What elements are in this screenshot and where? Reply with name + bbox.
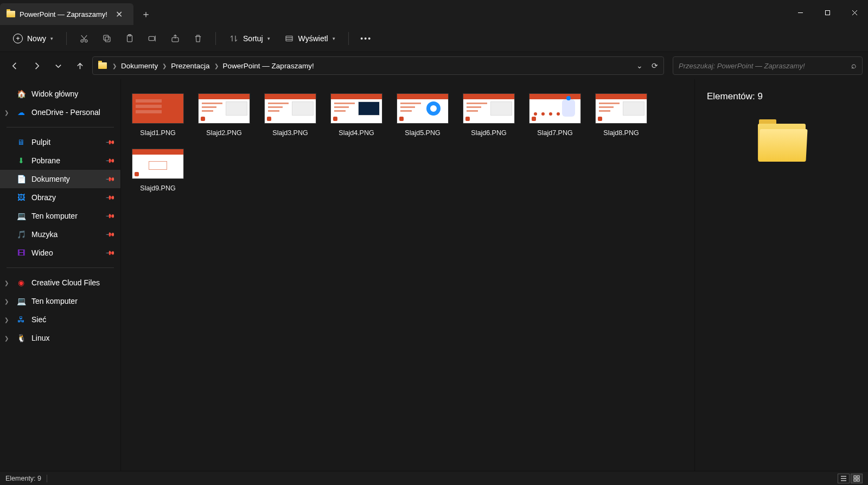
file-name: Slajd2.PNG bbox=[206, 129, 241, 137]
sidebar-label: Widok główny bbox=[31, 90, 78, 98]
tab-title: PowerPoint — Zapraszamy! bbox=[20, 10, 107, 18]
close-tab-button[interactable]: ✕ bbox=[112, 9, 127, 20]
sidebar-pictures[interactable]: 🖼 Obrazy 📌 bbox=[0, 188, 120, 207]
sidebar-label: Obrazy bbox=[31, 193, 56, 202]
delete-button[interactable] bbox=[188, 30, 208, 47]
file-item[interactable]: Slajd1.PNG bbox=[131, 93, 185, 137]
window-tab[interactable]: PowerPoint — Zapraszamy! ✕ bbox=[0, 3, 133, 25]
sidebar-onedrive[interactable]: ❯ ☁ OneDrive - Personal bbox=[0, 103, 120, 122]
more-button[interactable]: ••• bbox=[356, 31, 376, 46]
home-icon: 🏠 bbox=[16, 90, 26, 98]
file-thumbnail bbox=[397, 93, 449, 124]
minimize-button[interactable] bbox=[787, 0, 814, 25]
chevron-down-icon: ▾ bbox=[50, 36, 53, 41]
breadcrumb-item[interactable]: PowerPoint — Zapraszamy! bbox=[223, 62, 314, 70]
ellipsis-icon: ••• bbox=[360, 34, 372, 43]
up-button[interactable] bbox=[71, 56, 89, 75]
sidebar-documents[interactable]: 📄 Dokumenty 📌 bbox=[0, 170, 120, 188]
file-thumbnail bbox=[595, 93, 647, 124]
sidebar-videos[interactable]: 🎞 Wideo 📌 bbox=[0, 244, 120, 262]
file-item[interactable]: Slajd8.PNG bbox=[594, 93, 648, 137]
share-button[interactable] bbox=[165, 30, 185, 47]
close-window-button[interactable] bbox=[841, 0, 868, 25]
sidebar: 🏠 Widok główny ❯ ☁ OneDrive - Personal 🖥… bbox=[0, 79, 120, 471]
file-name: Slajd1.PNG bbox=[140, 129, 175, 137]
rename-button[interactable] bbox=[143, 30, 162, 47]
file-item[interactable]: Slajd5.PNG bbox=[395, 93, 450, 137]
file-thumbnail bbox=[198, 93, 250, 124]
cut-button[interactable] bbox=[74, 30, 94, 47]
svg-rect-11 bbox=[857, 476, 859, 478]
forward-button[interactable] bbox=[27, 56, 46, 75]
sidebar-thispc[interactable]: ❯ 💻 Ten komputer bbox=[0, 292, 120, 310]
thumbnails-view-button[interactable] bbox=[851, 474, 863, 483]
svg-rect-9 bbox=[286, 36, 292, 41]
file-item[interactable]: Slajd9.PNG bbox=[131, 149, 185, 192]
documents-icon: 📄 bbox=[16, 175, 26, 183]
cloud-icon: ☁ bbox=[16, 108, 26, 117]
svg-rect-4 bbox=[104, 35, 108, 40]
chevron-right-icon: ❯ bbox=[4, 335, 9, 341]
download-icon: ⬇ bbox=[16, 156, 26, 165]
chevron-right-icon: ❯ bbox=[4, 110, 9, 116]
file-name: Slajd6.PNG bbox=[471, 129, 506, 137]
search-box[interactable]: ⌕ bbox=[673, 56, 863, 75]
pin-icon: 📌 bbox=[105, 137, 115, 147]
search-icon[interactable]: ⌕ bbox=[851, 61, 857, 71]
search-input[interactable] bbox=[679, 62, 851, 70]
file-item[interactable]: Slajd6.PNG bbox=[462, 93, 516, 137]
file-grid[interactable]: Slajd1.PNGSlajd2.PNGSlajd3.PNGSlajd4.PNG… bbox=[120, 79, 694, 471]
view-button[interactable]: Wyświetl ▾ bbox=[279, 30, 341, 47]
sidebar-network[interactable]: ❯ 🖧 Sieć bbox=[0, 310, 120, 329]
sidebar-label: Creative Cloud Files bbox=[31, 278, 100, 287]
refresh-button[interactable]: ⟳ bbox=[649, 59, 660, 72]
sidebar-home[interactable]: 🏠 Widok główny bbox=[0, 85, 120, 103]
pin-icon: 📌 bbox=[105, 247, 115, 258]
pin-icon: 📌 bbox=[105, 155, 115, 165]
sidebar-ccfiles[interactable]: ❯ ◉ Creative Cloud Files bbox=[0, 273, 120, 292]
folder-icon bbox=[98, 62, 107, 69]
sidebar-linux[interactable]: ❯ 🐧 Linux bbox=[0, 329, 120, 347]
chevron-right-icon: ❯ bbox=[4, 280, 9, 286]
sidebar-desktop[interactable]: 🖥 Pulpit 📌 bbox=[0, 133, 120, 151]
file-item[interactable]: Slajd7.PNG bbox=[528, 93, 582, 137]
network-icon: 🖧 bbox=[16, 315, 26, 324]
file-thumbnail bbox=[463, 93, 515, 124]
music-icon: 🎵 bbox=[16, 230, 26, 239]
paste-button[interactable] bbox=[120, 30, 139, 47]
chevron-down-icon: ▾ bbox=[333, 36, 335, 41]
back-button[interactable] bbox=[5, 56, 24, 75]
new-tab-button[interactable]: ＋ bbox=[133, 3, 158, 25]
sidebar-thispc-quick[interactable]: 💻 Ten komputer 📌 bbox=[0, 207, 120, 225]
copy-button[interactable] bbox=[97, 30, 117, 47]
svg-rect-12 bbox=[854, 479, 856, 481]
recent-button[interactable] bbox=[49, 56, 67, 75]
address-bar[interactable]: ❯ Dokumenty ❯ Prezentacja ❯ PowerPoint —… bbox=[92, 56, 664, 75]
svg-rect-13 bbox=[857, 479, 859, 481]
svg-rect-7 bbox=[149, 36, 155, 41]
file-item[interactable]: Slajd3.PNG bbox=[263, 93, 317, 137]
file-item[interactable]: Slajd4.PNG bbox=[329, 93, 384, 137]
sidebar-label: Ten komputer bbox=[31, 297, 78, 305]
sidebar-label: Linux bbox=[31, 334, 49, 342]
folder-icon bbox=[7, 11, 15, 17]
new-button[interactable]: + Nowy ▾ bbox=[8, 30, 59, 47]
details-pane: Elementów: 9 bbox=[694, 79, 868, 471]
file-item[interactable]: Slajd2.PNG bbox=[197, 93, 251, 137]
chevron-right-icon: ❯ bbox=[4, 317, 9, 323]
file-name: Slajd4.PNG bbox=[339, 129, 374, 137]
sidebar-music[interactable]: 🎵 Muzyka 📌 bbox=[0, 225, 120, 244]
breadcrumb-item[interactable]: Dokumenty bbox=[121, 62, 158, 70]
sidebar-downloads[interactable]: ⬇ Pobrane 📌 bbox=[0, 151, 120, 170]
sidebar-label: OneDrive - Personal bbox=[31, 108, 100, 117]
sidebar-label: Sieć bbox=[31, 315, 46, 324]
details-title: Elementów: 9 bbox=[707, 91, 856, 102]
details-view-button[interactable] bbox=[838, 474, 850, 483]
file-thumbnail bbox=[264, 93, 316, 124]
breadcrumb-item[interactable]: Prezentacja bbox=[171, 62, 209, 70]
address-dropdown-button[interactable]: ⌄ bbox=[634, 59, 645, 72]
maximize-button[interactable] bbox=[814, 0, 841, 25]
svg-rect-0 bbox=[825, 10, 829, 15]
sort-button[interactable]: Sortuj ▾ bbox=[224, 30, 276, 47]
file-name: Slajd7.PNG bbox=[537, 129, 572, 137]
